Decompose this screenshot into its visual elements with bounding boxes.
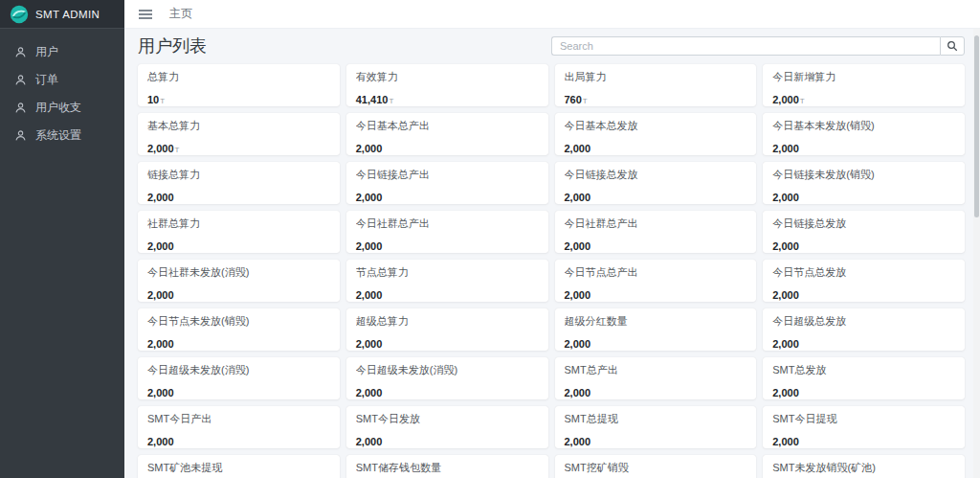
stat-card: 今日基本总发放 2,000 <box>555 113 757 155</box>
stat-card: 基本总算力 2,000T <box>138 113 340 155</box>
stat-card: 今日基本总产出 2,000 <box>346 113 548 155</box>
stat-card-label: 超级总算力 <box>356 315 539 328</box>
stat-card-value: 2,000 <box>356 192 383 203</box>
stat-card-value-row: 2,000 <box>356 188 539 204</box>
stat-card-label: 社群总算力 <box>147 217 330 230</box>
stat-card-value-row: 2,000 <box>565 334 747 351</box>
sidebar-item-user-balance[interactable]: 用户收支 <box>0 94 124 122</box>
stat-card-value-row: 2,000T <box>772 90 955 106</box>
top-navbar: 主页 <box>124 0 980 29</box>
search-input[interactable] <box>551 36 940 56</box>
stat-card: 今日超级未发放(消毁) 2,000 <box>346 357 548 399</box>
stat-card-value-row: 2,000 <box>565 139 747 155</box>
user-icon <box>14 74 27 86</box>
stat-card-unit: T <box>583 97 588 105</box>
stat-card: 今日超级未发放(消毁) 2,000 <box>138 357 340 399</box>
user-icon <box>14 46 27 58</box>
stat-card-value-row: 10T <box>147 90 330 106</box>
stat-card-label: 今日新增算力 <box>772 71 955 83</box>
stat-card: SMT未发放销毁(矿池) <box>763 455 965 478</box>
brand[interactable]: SMT ADMIN <box>0 0 124 29</box>
stat-card-value: 2,000 <box>772 436 799 447</box>
scrollbar-thumb[interactable] <box>974 35 979 217</box>
stat-card-label: 今日节点未发放(销毁) <box>147 315 330 328</box>
stat-card-value-row: 2,000 <box>356 139 539 155</box>
stats-grid: 总算力 10T 有效算力 41,410T 出局算力 760T 今日新增算力 2,… <box>138 64 965 478</box>
search-bar <box>551 36 965 56</box>
stat-card: 今日链接总发放 2,000 <box>555 162 757 204</box>
stat-card-value: 2,000 <box>565 338 591 350</box>
stat-card-value-row: 2,000 <box>565 285 747 302</box>
stat-card-value-row: 2,000 <box>147 432 330 448</box>
stat-card-value: 2,000 <box>772 94 799 105</box>
sidebar: SMT ADMIN 用户 订单 用户收支 <box>0 0 124 478</box>
stat-card-label: 今日社群总产出 <box>565 217 747 230</box>
stat-card-label: 今日基本总发放 <box>565 120 747 132</box>
stat-card: 今日节点总发放 2,000 <box>763 260 965 302</box>
stat-card-value: 2,000 <box>356 387 383 398</box>
stat-card: 今日新增算力 2,000T <box>763 64 965 106</box>
vertical-scrollbar[interactable] <box>973 29 980 478</box>
sidebar-item-system-settings[interactable]: 系统设置 <box>0 122 124 149</box>
stat-card: 节点总算力 2,000 <box>346 260 548 302</box>
brand-logo-icon <box>10 5 29 24</box>
sidebar-menu: 用户 订单 用户收支 系统设置 <box>0 29 124 149</box>
stat-card: SMT总发放 2,000 <box>763 357 965 399</box>
stat-card-value: 2,000 <box>565 436 591 447</box>
stat-card: SMT今日发放 2,000 <box>346 406 548 448</box>
stat-card-value-row: 2,000 <box>147 334 330 351</box>
stat-card-value-row: 2,000 <box>147 285 330 302</box>
stat-card-value: 2,000 <box>147 338 174 350</box>
stat-card-unit: T <box>800 97 805 105</box>
stat-card: SMT今日提现 2,000 <box>763 406 965 448</box>
stat-card-value-row: 2,000 <box>565 237 747 253</box>
stat-card-label: 今日节点总发放 <box>772 266 955 279</box>
sidebar-item-label: 系统设置 <box>35 127 81 144</box>
stat-card-label: SMT矿池未提现 <box>147 462 330 474</box>
stat-card-label: 今日基本未发放(销毁) <box>772 120 955 132</box>
sidebar-item-label: 用户收支 <box>35 100 81 116</box>
hamburger-icon <box>139 9 152 20</box>
stat-card-label: 今日链接总产出 <box>356 169 539 181</box>
stat-card-label: SMT总提现 <box>565 413 747 425</box>
stat-card-value-row: 2,000 <box>565 432 747 448</box>
stat-card-label: 超级分红数量 <box>565 315 747 328</box>
stat-card-label: 基本总算力 <box>147 120 330 132</box>
search-button[interactable] <box>940 36 965 56</box>
stat-card-label: SMT今日产出 <box>147 413 330 425</box>
stat-card-label: SMT今日提现 <box>772 413 955 425</box>
sidebar-item-users[interactable]: 用户 <box>0 38 124 66</box>
stat-card: 社群总算力 2,000 <box>138 211 340 253</box>
content-header: 用户列表 <box>138 34 965 57</box>
stat-card-value-row: 2,000 <box>356 432 539 448</box>
sidebar-toggle-button[interactable] <box>139 9 152 20</box>
stat-card: 今日链接总产出 2,000 <box>346 162 548 204</box>
stat-card-label: SMT储存钱包数量 <box>356 462 539 474</box>
stat-card-value: 2,000 <box>356 338 383 350</box>
stat-card: 链接总算力 2,000 <box>138 162 340 204</box>
sidebar-item-orders[interactable]: 订单 <box>0 66 124 94</box>
stat-card-label: 今日链接未发放(销毁) <box>772 169 955 181</box>
stat-card-value-row: 2,000 <box>772 334 955 351</box>
page-title: 用户列表 <box>138 34 207 57</box>
user-icon <box>14 102 27 114</box>
stat-card: 今日基本未发放(销毁) 2,000 <box>763 113 965 155</box>
stat-card-value-row: 2,000 <box>772 383 955 399</box>
stat-card-value-row: 2,000 <box>356 383 539 399</box>
stat-card-value-row: 2,000 <box>147 188 330 204</box>
stat-card-value: 2,000 <box>565 387 591 398</box>
nav-home-link[interactable]: 主页 <box>169 6 192 22</box>
stat-card-value-row: 2,000 <box>147 237 330 253</box>
stat-card: SMT矿池未提现 <box>138 455 340 478</box>
stat-card-label: 出局算力 <box>565 71 747 83</box>
stat-card-value-row: 2,000 <box>772 188 955 204</box>
stat-card: 总算力 10T <box>138 64 340 106</box>
stat-card: 超级分红数量 2,000 <box>555 308 757 351</box>
stat-card-value: 2,000 <box>147 436 174 447</box>
user-icon <box>14 129 27 142</box>
stat-card: SMT总产出 2,000 <box>555 357 757 399</box>
stat-card-value: 2,000 <box>772 240 799 252</box>
stat-card-label: SMT挖矿销毁 <box>565 462 747 474</box>
stat-card: 超级总算力 2,000 <box>346 308 548 351</box>
stat-card-value: 2,000 <box>356 289 383 301</box>
